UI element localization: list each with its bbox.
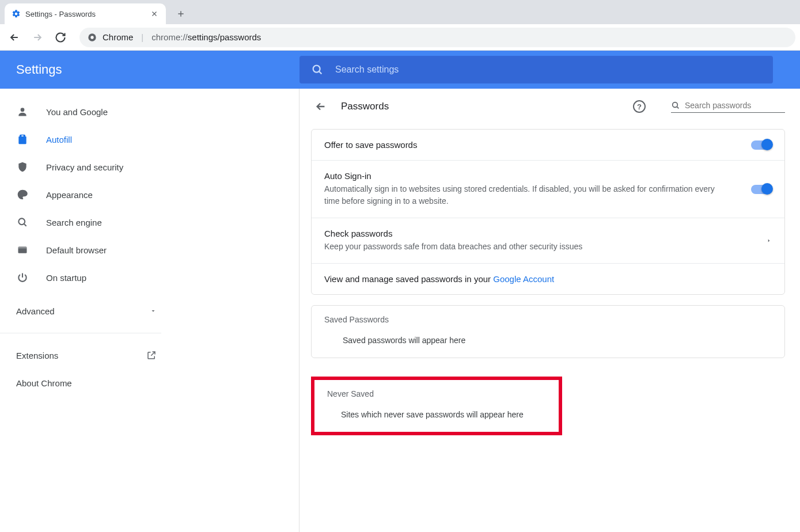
search-settings-bar[interactable] (299, 56, 773, 83)
chevron-down-icon (150, 307, 157, 314)
google-account-link[interactable]: Google Account (493, 274, 554, 284)
search-settings-input[interactable] (335, 64, 761, 75)
auto-signin-row: Auto Sign-in Automatically sign in to we… (312, 161, 784, 218)
auto-signin-toggle[interactable] (751, 185, 772, 194)
page-header: Passwords ? (299, 89, 800, 119)
sidebar-advanced[interactable]: Advanced (0, 297, 173, 325)
check-passwords-description: Keep your passwords safe from data breac… (324, 241, 716, 253)
tab-title: Settings - Passwords (25, 10, 96, 18)
offer-save-row: Offer to save passwords (312, 130, 784, 161)
tab-strip: Settings - Passwords (0, 0, 800, 24)
main-panel: Passwords ? Offer to save passwords Auto… (299, 89, 800, 532)
sidebar: You and Google Autofill Privacy and secu… (0, 89, 299, 532)
back-arrow-button[interactable] (314, 100, 327, 113)
svg-point-2 (313, 66, 320, 73)
sidebar-item-on-startup[interactable]: On startup (0, 264, 172, 291)
search-icon (671, 101, 680, 110)
help-icon[interactable]: ? (633, 100, 646, 113)
sidebar-item-label: Search engine (46, 218, 102, 227)
auto-signin-title: Auto Sign-in (324, 171, 751, 181)
settings-card: Offer to save passwords Auto Sign-in Aut… (311, 129, 785, 295)
sidebar-about-chrome[interactable]: About Chrome (0, 369, 173, 397)
new-tab-button[interactable] (173, 6, 189, 22)
chrome-icon (88, 33, 97, 42)
gear-icon (12, 9, 21, 18)
clipboard-icon (16, 134, 29, 145)
sidebar-extensions[interactable]: Extensions (0, 341, 173, 369)
extensions-label: Extensions (16, 351, 58, 360)
svg-point-4 (18, 218, 25, 225)
check-passwords-row[interactable]: Check passwords Keep your passwords safe… (312, 218, 784, 264)
sidebar-item-privacy[interactable]: Privacy and security (0, 153, 172, 181)
close-icon[interactable] (150, 9, 159, 18)
sidebar-item-search-engine[interactable]: Search engine (0, 208, 172, 236)
browser-tab[interactable]: Settings - Passwords (5, 3, 166, 24)
omnibox-url: chrome://settings/passwords (151, 32, 261, 42)
saved-passwords-card: Saved Passwords Saved passwords will app… (311, 305, 785, 358)
view-manage-text: View and manage saved passwords in your … (324, 274, 772, 284)
offer-save-label: Offer to save passwords (324, 140, 751, 150)
sidebar-item-label: Autofill (46, 135, 72, 145)
sidebar-item-label: On startup (46, 273, 86, 283)
sidebar-item-label: Appearance (46, 190, 93, 200)
sidebar-item-label: You and Google (46, 107, 108, 117)
back-button[interactable] (5, 28, 24, 47)
sidebar-item-label: Default browser (46, 245, 107, 255)
svg-point-7 (673, 102, 678, 107)
chevron-right-icon (766, 238, 772, 244)
never-saved-empty: Sites which never save passwords will ap… (314, 398, 559, 432)
address-bar[interactable]: Chrome | chrome://settings/passwords (79, 28, 795, 47)
search-passwords-field[interactable] (671, 101, 785, 113)
browser-icon (16, 244, 29, 256)
search-icon (16, 216, 29, 228)
never-saved-label: Never Saved (314, 380, 559, 398)
forward-button[interactable] (28, 28, 47, 47)
sidebar-item-you-and-google[interactable]: You and Google (0, 98, 172, 126)
saved-passwords-label: Saved Passwords (312, 306, 784, 324)
saved-passwords-empty: Saved passwords will appear here (312, 324, 784, 358)
svg-point-3 (21, 108, 25, 112)
check-passwords-title: Check passwords (324, 229, 766, 238)
person-icon (16, 106, 29, 117)
about-label: About Chrome (16, 378, 72, 388)
advanced-label: Advanced (16, 306, 55, 316)
shield-icon (16, 161, 29, 173)
view-manage-row: View and manage saved passwords in your … (312, 264, 784, 294)
external-link-icon (146, 350, 157, 360)
content-area: You and Google Autofill Privacy and secu… (0, 89, 800, 532)
svg-rect-6 (18, 246, 27, 248)
browser-chrome: Settings - Passwords Chrome | chrome://s… (0, 0, 800, 51)
search-passwords-input[interactable] (685, 101, 786, 110)
power-icon (16, 272, 29, 283)
sidebar-item-appearance[interactable]: Appearance (0, 181, 172, 208)
search-icon (311, 63, 324, 76)
palette-icon (16, 189, 29, 200)
browser-toolbar: Chrome | chrome://settings/passwords (0, 24, 800, 51)
sidebar-divider (0, 333, 161, 333)
sidebar-item-autofill[interactable]: Autofill (0, 126, 172, 153)
svg-point-1 (90, 36, 93, 39)
omnibox-product: Chrome (103, 32, 133, 42)
sidebar-item-default-browser[interactable]: Default browser (0, 236, 172, 264)
omnibox-separator: | (141, 32, 143, 42)
settings-title: Settings (16, 62, 299, 77)
sidebar-item-label: Privacy and security (46, 162, 123, 172)
reload-button[interactable] (51, 28, 70, 47)
settings-header: Settings (0, 51, 800, 89)
auto-signin-description: Automatically sign in to websites using … (324, 183, 716, 207)
never-saved-card: Never Saved Sites which never save passw… (311, 377, 562, 435)
offer-save-toggle[interactable] (751, 140, 772, 150)
page-title: Passwords (341, 101, 389, 112)
